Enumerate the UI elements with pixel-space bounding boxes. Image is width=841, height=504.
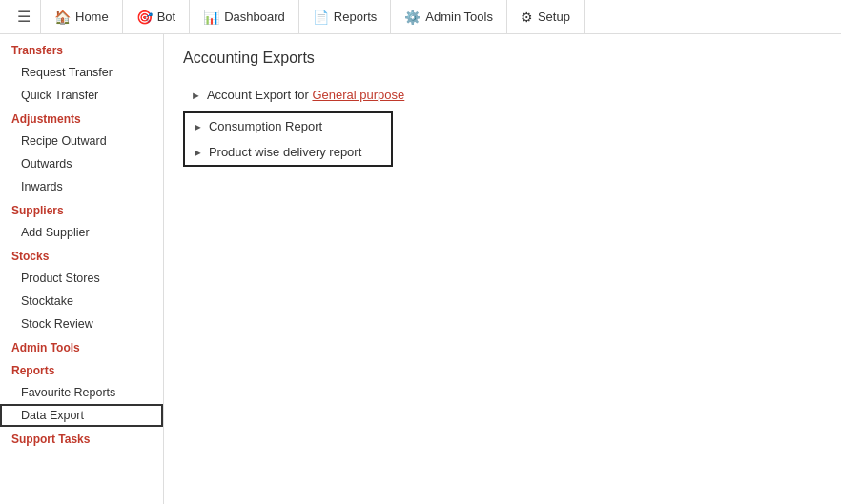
nav-reports-label: Reports: [334, 10, 378, 24]
sidebar-section-admin-tools[interactable]: Admin Tools: [0, 335, 163, 358]
accordion-label-product-delivery-report: Product wise delivery report: [209, 145, 361, 159]
nav-bot[interactable]: 🎯 Bot: [123, 0, 191, 33]
nav-bot-label: Bot: [157, 10, 176, 24]
sidebar-section-reports[interactable]: Reports: [0, 358, 163, 381]
hamburger-icon[interactable]: ☰: [8, 8, 40, 26]
dashboard-icon: 📊: [203, 10, 219, 25]
nav-dashboard-label: Dashboard: [224, 10, 285, 24]
main-content: Accounting Exports ► Account Export for …: [164, 34, 841, 504]
sidebar-section-transfers[interactable]: Transfers: [0, 38, 163, 61]
sidebar-section-support-tasks[interactable]: Support Tasks: [0, 427, 163, 450]
nav-home[interactable]: 🏠 Home: [40, 0, 123, 33]
nav-admin-tools[interactable]: ⚙️ Admin Tools: [391, 0, 507, 33]
accordion-label-account-export: Account Export for General purpose: [207, 88, 404, 102]
sidebar-item-favourite-reports[interactable]: Favourite Reports: [0, 381, 163, 404]
sidebar-item-quick-transfer[interactable]: Quick Transfer: [0, 84, 163, 107]
page-title: Accounting Exports: [183, 50, 822, 67]
chevron-icon-delivery: ►: [193, 147, 203, 158]
nav-reports[interactable]: 📄 Reports: [299, 0, 392, 33]
sidebar-item-data-export[interactable]: Data Export: [0, 404, 163, 427]
sidebar-section-stocks[interactable]: Stocks: [0, 244, 163, 267]
sidebar-item-stock-review[interactable]: Stock Review: [0, 312, 163, 335]
sidebar-item-outwards[interactable]: Outwards: [0, 152, 163, 175]
nav-dashboard[interactable]: 📊 Dashboard: [190, 0, 299, 33]
nav-setup[interactable]: ⚙ Setup: [507, 0, 585, 33]
sidebar-section-adjustments[interactable]: Adjustments: [0, 107, 163, 130]
reports-icon: 📄: [313, 10, 329, 25]
accordion-item-consumption-report[interactable]: ► Consumption Report: [185, 113, 391, 139]
nav-home-label: Home: [75, 10, 109, 24]
sidebar-item-product-stores[interactable]: Product Stores: [0, 267, 163, 290]
main-layout: Transfers Request Transfer Quick Transfe…: [0, 34, 841, 504]
accordion-group-boxed: ► Consumption Report ► Product wise deli…: [183, 111, 393, 167]
sidebar-section-suppliers[interactable]: Suppliers: [0, 198, 163, 221]
sidebar-item-request-transfer[interactable]: Request Transfer: [0, 61, 163, 84]
top-nav: ☰ 🏠 Home 🎯 Bot 📊 Dashboard 📄 Reports ⚙️ …: [0, 0, 841, 34]
sidebar: Transfers Request Transfer Quick Transfe…: [0, 34, 164, 504]
bot-icon: 🎯: [136, 10, 153, 25]
sidebar-item-stocktake[interactable]: Stocktake: [0, 290, 163, 312]
accordion-item-product-delivery-report[interactable]: ► Product wise delivery report: [185, 139, 391, 165]
chevron-icon: ►: [191, 90, 201, 101]
sidebar-item-recipe-outward[interactable]: Recipe Outward: [0, 130, 163, 152]
setup-icon: ⚙: [521, 10, 533, 25]
sidebar-item-inwards[interactable]: Inwards: [0, 175, 163, 198]
accordion-label-consumption-report: Consumption Report: [209, 119, 322, 133]
home-icon: 🏠: [54, 10, 71, 25]
nav-setup-label: Setup: [538, 10, 570, 24]
accordion-item-account-export[interactable]: ► Account Export for General purpose: [183, 82, 822, 108]
admin-tools-icon: ⚙️: [404, 10, 420, 25]
chevron-icon-consumption: ►: [193, 121, 203, 132]
nav-admin-tools-label: Admin Tools: [425, 10, 493, 24]
sidebar-item-add-supplier[interactable]: Add Supplier: [0, 221, 163, 244]
